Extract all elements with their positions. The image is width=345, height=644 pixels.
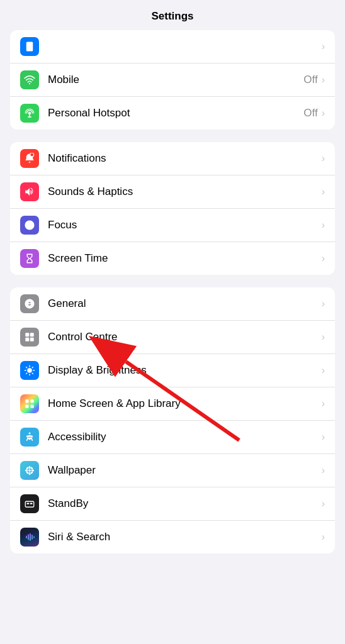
svg-point-30 <box>30 471 33 474</box>
svg-rect-21 <box>25 405 28 408</box>
settings-row-sounds[interactable]: Sounds & Haptics › <box>10 175 335 209</box>
display-chevron: › <box>322 365 325 376</box>
settings-row-screen-time[interactable]: Screen Time › <box>10 242 335 275</box>
svg-rect-40 <box>33 536 35 538</box>
svg-rect-36 <box>26 536 27 539</box>
settings-group-notifications: Notifications › Sounds & Haptics › Focus… <box>10 142 335 275</box>
accessibility-icon <box>20 428 39 447</box>
svg-rect-9 <box>30 338 34 341</box>
svg-line-15 <box>26 367 27 368</box>
screen-time-icon <box>20 249 39 268</box>
control-centre-label: Control Centre <box>48 331 322 343</box>
settings-row-general[interactable]: General › <box>10 287 335 321</box>
settings-row-partial[interactable]: › <box>10 30 335 64</box>
svg-rect-34 <box>27 503 30 504</box>
svg-rect-39 <box>31 535 33 540</box>
page-title: Settings <box>0 0 345 30</box>
svg-point-5 <box>30 153 34 157</box>
standby-icon <box>20 494 39 513</box>
svg-rect-19 <box>25 399 28 402</box>
screen-time-label: Screen Time <box>48 252 322 265</box>
home-screen-icon <box>20 394 39 413</box>
siri-label: Siri & Search <box>48 531 322 543</box>
svg-rect-33 <box>25 501 34 507</box>
svg-point-27 <box>25 470 28 472</box>
siri-chevron: › <box>322 531 325 543</box>
focus-icon <box>20 216 39 235</box>
notifications-label: Notifications <box>48 152 322 165</box>
svg-point-28 <box>31 470 35 472</box>
sounds-icon <box>20 182 39 201</box>
control-centre-chevron: › <box>322 331 325 343</box>
settings-row-focus[interactable]: Focus › <box>10 209 335 242</box>
svg-point-23 <box>29 433 31 435</box>
partial-icon <box>20 37 39 56</box>
home-screen-chevron: › <box>322 398 325 409</box>
notifications-chevron: › <box>322 153 325 164</box>
control-centre-icon <box>20 328 39 347</box>
settings-row-accessibility[interactable]: Accessibility › <box>10 421 335 454</box>
general-label: General <box>48 297 322 310</box>
screen-time-chevron: › <box>322 253 325 264</box>
hotspot-label: Personal Hotspot <box>48 107 303 119</box>
svg-point-31 <box>30 467 33 470</box>
settings-group-connectivity: › Mobile Off › Personal Hotspot Off <box>10 30 335 130</box>
siri-icon <box>20 528 39 547</box>
wallpaper-label: Wallpaper <box>48 464 322 477</box>
wallpaper-icon <box>20 461 39 480</box>
settings-row-control-centre[interactable]: Control Centre › <box>10 321 335 354</box>
svg-rect-8 <box>25 338 29 341</box>
sounds-label: Sounds & Haptics <box>48 186 322 198</box>
svg-point-10 <box>27 368 32 373</box>
settings-row-home-screen[interactable]: Home Screen & App Library › <box>10 387 335 421</box>
mobile-chevron: › <box>322 74 325 86</box>
notifications-icon <box>20 149 39 168</box>
svg-rect-7 <box>30 333 34 336</box>
svg-rect-35 <box>30 503 33 504</box>
svg-point-2 <box>29 83 30 84</box>
mobile-label: Mobile <box>48 74 303 86</box>
settings-row-display[interactable]: Display & Brightness › <box>10 354 335 387</box>
focus-label: Focus <box>48 219 322 231</box>
svg-point-25 <box>29 466 31 469</box>
focus-chevron: › <box>322 219 325 231</box>
svg-point-29 <box>26 467 29 470</box>
settings-row-standby[interactable]: StandBy › <box>10 487 335 521</box>
svg-line-17 <box>32 367 33 368</box>
standby-chevron: › <box>322 498 325 509</box>
hotspot-icon <box>20 104 39 123</box>
svg-rect-20 <box>31 399 34 402</box>
settings-row-wallpaper[interactable]: Wallpaper › <box>10 454 335 487</box>
svg-rect-37 <box>28 535 29 540</box>
display-icon <box>20 361 39 380</box>
settings-row-personal-hotspot[interactable]: Personal Hotspot Off › <box>10 97 335 130</box>
svg-rect-38 <box>30 533 31 541</box>
accessibility-label: Accessibility <box>48 431 322 443</box>
settings-row-mobile[interactable]: Mobile Off › <box>10 64 335 97</box>
svg-line-16 <box>32 373 33 374</box>
mobile-value: Off <box>303 74 317 86</box>
svg-point-24 <box>28 469 31 472</box>
sounds-chevron: › <box>322 186 325 197</box>
general-icon <box>20 294 39 313</box>
svg-point-26 <box>29 472 31 475</box>
hotspot-chevron: › <box>322 108 325 119</box>
svg-rect-6 <box>25 333 29 336</box>
home-screen-label: Home Screen & App Library <box>48 397 322 410</box>
display-label: Display & Brightness <box>48 364 322 377</box>
svg-line-18 <box>26 373 27 374</box>
svg-rect-22 <box>31 405 34 408</box>
hotspot-value: Off <box>303 107 317 119</box>
general-chevron: › <box>322 298 325 309</box>
accessibility-chevron: › <box>322 431 325 443</box>
settings-row-siri[interactable]: Siri & Search › <box>10 521 335 553</box>
mobile-icon <box>20 70 39 89</box>
settings-row-notifications[interactable]: Notifications › <box>10 142 335 175</box>
settings-group-general: General › Control Centre › <box>10 287 335 553</box>
standby-label: StandBy <box>48 497 322 510</box>
svg-point-1 <box>29 48 30 50</box>
svg-rect-0 <box>26 42 33 52</box>
svg-point-32 <box>26 471 29 474</box>
wallpaper-chevron: › <box>322 465 325 476</box>
